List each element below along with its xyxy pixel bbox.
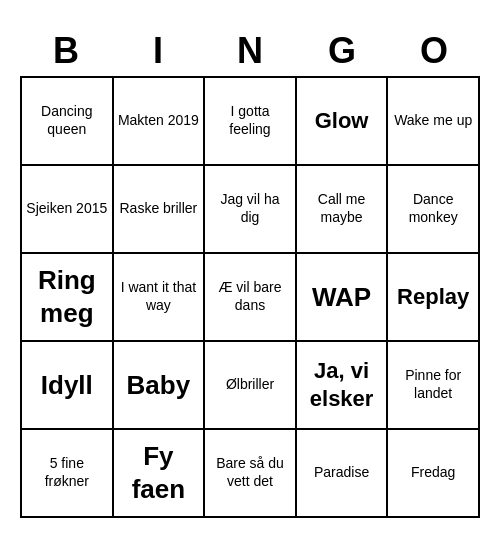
bingo-card: BINGO Dancing queenMakten 2019I gotta fe… — [10, 16, 490, 528]
cell-text: Raske briller — [119, 200, 197, 218]
cell-text: Æ vil bare dans — [209, 279, 291, 314]
cell-text: Paradise — [314, 464, 369, 482]
cell-text: Ja, vi elsker — [301, 357, 383, 412]
bingo-cell[interactable]: Æ vil bare dans — [205, 254, 297, 342]
cell-text: I gotta feeling — [209, 103, 291, 138]
bingo-cell[interactable]: Jag vil ha dig — [205, 166, 297, 254]
bingo-cell[interactable]: WAP — [297, 254, 389, 342]
bingo-cell[interactable]: Ja, vi elsker — [297, 342, 389, 430]
bingo-cell[interactable]: Baby — [114, 342, 206, 430]
header-letter: G — [296, 26, 388, 76]
cell-text: WAP — [312, 281, 371, 314]
bingo-cell[interactable]: Fy faen — [114, 430, 206, 518]
bingo-cell[interactable]: Wake me up — [388, 78, 480, 166]
cell-text: Fredag — [411, 464, 455, 482]
bingo-cell[interactable]: I gotta feeling — [205, 78, 297, 166]
cell-text: Makten 2019 — [118, 112, 199, 130]
header-letter: N — [204, 26, 296, 76]
cell-text: Baby — [127, 369, 191, 402]
bingo-cell[interactable]: 5 fine frøkner — [22, 430, 114, 518]
cell-text: Sjeiken 2015 — [26, 200, 107, 218]
bingo-cell[interactable]: Replay — [388, 254, 480, 342]
bingo-cell[interactable]: Ring meg — [22, 254, 114, 342]
cell-text: Wake me up — [394, 112, 472, 130]
cell-text: Idyll — [41, 369, 93, 402]
cell-text: Glow — [315, 107, 369, 135]
cell-text: Fy faen — [118, 440, 200, 505]
bingo-cell[interactable]: Bare så du vett det — [205, 430, 297, 518]
cell-text: 5 fine frøkner — [26, 455, 108, 490]
bingo-cell[interactable]: Sjeiken 2015 — [22, 166, 114, 254]
header-letter: O — [388, 26, 480, 76]
bingo-cell[interactable]: Makten 2019 — [114, 78, 206, 166]
header-letter: I — [112, 26, 204, 76]
cell-text: Pinne for landet — [392, 367, 474, 402]
cell-text: Dance monkey — [392, 191, 474, 226]
bingo-cell[interactable]: Pinne for landet — [388, 342, 480, 430]
bingo-cell[interactable]: Dancing queen — [22, 78, 114, 166]
bingo-cell[interactable]: Idyll — [22, 342, 114, 430]
cell-text: Ølbriller — [226, 376, 274, 394]
bingo-cell[interactable]: Raske briller — [114, 166, 206, 254]
bingo-cell[interactable]: Ølbriller — [205, 342, 297, 430]
bingo-cell[interactable]: Call me maybe — [297, 166, 389, 254]
bingo-grid: Dancing queenMakten 2019I gotta feelingG… — [20, 76, 480, 518]
cell-text: Jag vil ha dig — [209, 191, 291, 226]
cell-text: Dancing queen — [26, 103, 108, 138]
bingo-cell[interactable]: Dance monkey — [388, 166, 480, 254]
bingo-cell[interactable]: Fredag — [388, 430, 480, 518]
cell-text: Ring meg — [26, 264, 108, 329]
bingo-cell[interactable]: I want it that way — [114, 254, 206, 342]
bingo-header: BINGO — [20, 26, 480, 76]
bingo-cell[interactable]: Paradise — [297, 430, 389, 518]
cell-text: Call me maybe — [301, 191, 383, 226]
cell-text: I want it that way — [118, 279, 200, 314]
header-letter: B — [20, 26, 112, 76]
cell-text: Replay — [397, 283, 469, 311]
bingo-cell[interactable]: Glow — [297, 78, 389, 166]
cell-text: Bare så du vett det — [209, 455, 291, 490]
